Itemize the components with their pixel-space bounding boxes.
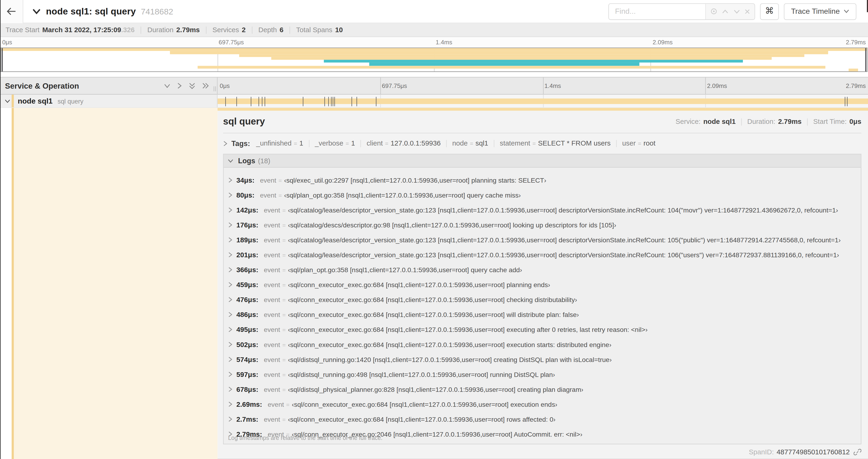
logs-list: 34μs:event=‹sql/exec_util.go:2297 [nsql1… <box>223 168 861 441</box>
log-timestamp: 34μs: <box>236 176 254 184</box>
log-field-key: event <box>264 355 280 363</box>
find-input[interactable] <box>609 3 705 19</box>
tag-key: _unfinished <box>256 139 292 147</box>
log-chevron-right-icon <box>228 282 232 288</box>
collapse-all-chevron-down-icon[interactable] <box>164 83 170 88</box>
log-equals: = <box>282 386 286 393</box>
logs-chevron-down-icon <box>227 159 234 163</box>
log-marker-tick <box>225 97 226 106</box>
log-timestamp: 678μs: <box>236 385 258 393</box>
tags-label: Tags: <box>231 139 250 147</box>
viewport-end-scrubber[interactable] <box>865 48 866 71</box>
log-entry[interactable]: 597μs:event=‹sql/distsql_running.go:498 … <box>223 367 861 382</box>
log-chevron-right-icon <box>228 267 232 273</box>
summary-item-suffix: .326 <box>121 26 135 34</box>
column-resize-grip[interactable] <box>214 86 216 91</box>
log-entry[interactable]: 2.69ms:event=‹sql/conn_executor_exec.go:… <box>223 397 861 412</box>
log-entry[interactable]: 502μs:event=‹sql/conn_executor_exec.go:6… <box>223 337 861 352</box>
span-name-cell[interactable]: node sql1 sql query <box>0 95 217 107</box>
summary-item-value: 10 <box>335 26 343 34</box>
clear-find-icon[interactable] <box>744 9 750 14</box>
log-entry[interactable]: 34μs:event=‹sql/exec_util.go:2297 [nsql1… <box>223 173 861 188</box>
timeline-header-row: Service & Operation 0μs697.75μs1.4ms2.09… <box>0 77 868 95</box>
tag-key: statement <box>500 139 530 147</box>
log-entry[interactable]: 678μs:event=‹sql/distsql_physical_planne… <box>223 382 861 397</box>
tag-equals: = <box>294 140 297 146</box>
log-entry[interactable]: 80μs:event=‹sql/plan_opt.go:358 [nsql1,c… <box>223 188 861 202</box>
log-field-value: ‹sql/exec_util.go:2297 [nsql1,client=127… <box>284 176 546 184</box>
tags-row[interactable]: Tags: _unfinished=1_verbose=1client=127.… <box>223 136 861 151</box>
summary-item-label: Duration <box>147 26 174 34</box>
log-equals: = <box>282 341 286 348</box>
summary-item-value: March 31 2022, 17:25:09.326 <box>42 26 135 34</box>
log-entry[interactable]: 476μs:event=‹sql/conn_executor_exec.go:6… <box>223 292 861 307</box>
minimap-span-bar <box>324 60 743 63</box>
log-entry[interactable]: 189μs:event=‹sql/catalog/lease/descripto… <box>223 232 861 247</box>
trace-view-selector-button[interactable]: Trace Timeline <box>784 3 856 20</box>
prev-match-icon[interactable] <box>722 9 728 13</box>
log-timestamp: 2.69ms: <box>236 400 262 408</box>
logs-note: Log timestamps are relative to the start… <box>228 434 382 441</box>
viewport-start-scrubber[interactable] <box>2 48 3 71</box>
expand-chevron-right-icon[interactable] <box>177 82 182 89</box>
log-entry[interactable]: 486μs:event=‹sql/conn_executor_exec.go:6… <box>223 307 861 322</box>
meta-value: 0μs <box>849 118 861 126</box>
span-bar-cell[interactable] <box>217 95 868 107</box>
back-button[interactable] <box>0 0 23 23</box>
span-row[interactable]: node sql1 sql query <box>0 95 868 108</box>
span-collapse-chevron-icon[interactable] <box>4 99 10 103</box>
keyboard-shortcuts-button[interactable]: ⌘ <box>760 3 779 20</box>
log-equals: = <box>278 177 282 183</box>
log-entry[interactable]: 142μs:event=‹sql/catalog/lease/descripto… <box>223 202 861 217</box>
span-id-row: SpanID: 4877749850101760812 <box>749 448 861 456</box>
span-duration-bar <box>217 98 868 104</box>
span-color-stripe <box>11 108 14 459</box>
tag-value: 1 <box>299 139 303 147</box>
logs-header[interactable]: Logs (18) <box>223 154 861 168</box>
axis-tick-label: 0μs <box>220 82 230 89</box>
log-field-value: ‹sql/conn_executor_exec.go:684 [nsql1,cl… <box>288 415 556 423</box>
log-equals: = <box>278 192 282 198</box>
log-timestamp: 502μs: <box>236 340 258 348</box>
log-entry[interactable]: 366μs:event=‹sql/plan_opt.go:358 [nsql1,… <box>223 262 861 277</box>
meta-label: Start Time: <box>813 118 846 126</box>
logs-count: (18) <box>258 157 271 165</box>
span-detail-panel: sql query Service:node sql1Duration:2.79… <box>217 108 868 459</box>
double-chevron-right-icon[interactable] <box>202 82 209 89</box>
deep-link-icon[interactable] <box>854 448 861 456</box>
log-field-key: event <box>264 296 280 303</box>
log-entry[interactable]: 459μs:event=‹sql/conn_executor_exec.go:6… <box>223 277 861 292</box>
log-entry[interactable]: 176μs:event=‹sql/catalog/descs/descripto… <box>223 217 861 232</box>
chevron-down-icon <box>844 9 849 13</box>
collapse-trace-chevron-icon[interactable] <box>32 8 41 14</box>
trace-id: 7418682 <box>141 6 174 16</box>
log-entry[interactable]: 2.7ms:event=‹sql/conn_executor_exec.go:6… <box>223 412 861 427</box>
log-field-value: ‹sql/conn_executor_exec.go:684 [nsql1,cl… <box>292 400 557 408</box>
logs-section: Logs (18) 34μs:event=‹sql/exec_util.go:2… <box>223 154 861 445</box>
log-timestamp: 2.7ms: <box>236 415 258 423</box>
log-chevron-right-icon <box>228 237 232 243</box>
minimap-canvas[interactable] <box>0 47 867 72</box>
log-entry[interactable]: 201μs:event=‹sql/catalog/lease/descripto… <box>223 247 861 262</box>
log-field-key: event <box>264 311 280 318</box>
minimap-span-bar <box>239 54 805 57</box>
log-timestamp: 366μs: <box>236 266 258 273</box>
axis-tick-label: 1.4ms <box>545 82 561 89</box>
log-entry[interactable]: 495μs:event=‹sql/conn_executor_exec.go:6… <box>223 322 861 337</box>
log-equals: = <box>282 236 286 243</box>
double-chevron-down-icon[interactable] <box>189 82 195 89</box>
detail-operation-title: sql query <box>223 116 265 127</box>
log-equals: = <box>282 356 286 363</box>
log-timestamp: 495μs: <box>236 326 258 333</box>
axis-tick-label: 0μs <box>2 39 12 45</box>
span-detail-row: sql query Service:node sql1Duration:2.79… <box>0 108 868 459</box>
page-title: node sql1: sql query <box>46 6 136 17</box>
match-locate-icon[interactable] <box>710 8 717 15</box>
log-entry[interactable]: 574μs:event=‹sql/distsql_running.go:1420… <box>223 352 861 367</box>
log-equals: = <box>282 326 286 333</box>
next-match-icon[interactable] <box>733 9 740 13</box>
tag-divider <box>309 140 309 147</box>
log-marker-tick <box>261 97 262 106</box>
jaeger-trace-timeline-page: node sql1: sql query 7418682 <box>0 0 868 459</box>
log-timestamp: 459μs: <box>236 281 258 289</box>
